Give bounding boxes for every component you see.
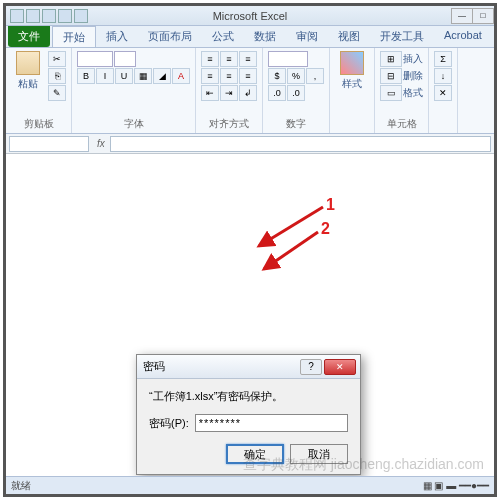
dialog-message: “工作簿1.xlsx”有密码保护。 bbox=[149, 389, 348, 404]
worksheet-area[interactable]: 密码 ? ✕ “工作簿1.xlsx”有密码保护。 密码(P): 确定 取消 bbox=[6, 154, 494, 466]
window-controls: — □ bbox=[452, 8, 494, 24]
undo-icon[interactable] bbox=[42, 9, 56, 23]
excel-icon[interactable] bbox=[10, 9, 24, 23]
underline-button[interactable]: U bbox=[115, 68, 133, 84]
percent-button[interactable]: % bbox=[287, 68, 305, 84]
tab-review[interactable]: 审阅 bbox=[286, 26, 328, 47]
delete-cells-button[interactable]: ⊟ bbox=[380, 68, 402, 84]
group-font-label: 字体 bbox=[77, 116, 190, 132]
tab-developer[interactable]: 开发工具 bbox=[370, 26, 434, 47]
password-input[interactable] bbox=[195, 414, 348, 432]
ribbon: 粘贴 ✂ ⎘ ✎ 剪贴板 B I U ▦ bbox=[6, 48, 494, 134]
annotation-2: 2 bbox=[321, 220, 330, 238]
group-clipboard-label: 剪贴板 bbox=[11, 116, 66, 132]
format-cells-button[interactable]: ▭ bbox=[380, 85, 402, 101]
status-ready: 就绪 bbox=[11, 479, 31, 493]
group-cells: ⊞插入 ⊟删除 ▭格式 单元格 bbox=[375, 48, 429, 133]
annotation-1: 1 bbox=[326, 196, 335, 214]
qat-dropdown-icon[interactable] bbox=[74, 9, 88, 23]
group-number: $ % , .0 .0 数字 bbox=[263, 48, 330, 133]
delete-label: 删除 bbox=[403, 69, 423, 83]
group-clipboard: 粘贴 ✂ ⎘ ✎ 剪贴板 bbox=[6, 48, 72, 133]
quick-access-toolbar bbox=[6, 9, 92, 23]
dec-decimal-button[interactable]: .0 bbox=[287, 85, 305, 101]
paste-label: 粘贴 bbox=[18, 77, 38, 91]
indent-inc-button[interactable]: ⇥ bbox=[220, 85, 238, 101]
comma-button[interactable]: , bbox=[306, 68, 324, 84]
paste-icon bbox=[16, 51, 40, 75]
formula-input[interactable] bbox=[110, 136, 491, 152]
dialog-titlebar[interactable]: 密码 ? ✕ bbox=[137, 355, 360, 379]
status-bar: 就绪 ▦ ▣ ▬ ━━●━━ bbox=[6, 476, 494, 494]
tab-layout[interactable]: 页面布局 bbox=[138, 26, 202, 47]
tab-acrobat[interactable]: Acrobat bbox=[434, 26, 492, 47]
group-editing-label bbox=[434, 119, 452, 132]
align-bot-button[interactable]: ≡ bbox=[239, 51, 257, 67]
dialog-help-button[interactable]: ? bbox=[300, 359, 322, 375]
italic-button[interactable]: I bbox=[96, 68, 114, 84]
align-left-button[interactable]: ≡ bbox=[201, 68, 219, 84]
number-format-select[interactable] bbox=[268, 51, 308, 67]
save-icon[interactable] bbox=[26, 9, 40, 23]
redo-icon[interactable] bbox=[58, 9, 72, 23]
cut-button[interactable]: ✂ bbox=[48, 51, 66, 67]
tab-insert[interactable]: 插入 bbox=[96, 26, 138, 47]
tab-home[interactable]: 开始 bbox=[52, 26, 96, 47]
styles-label: 样式 bbox=[342, 77, 362, 91]
align-top-button[interactable]: ≡ bbox=[201, 51, 219, 67]
insert-cells-button[interactable]: ⊞ bbox=[380, 51, 402, 67]
dialog-close-button[interactable]: ✕ bbox=[324, 359, 356, 375]
font-color-button[interactable]: A bbox=[172, 68, 190, 84]
maximize-button[interactable]: □ bbox=[472, 8, 494, 24]
border-button[interactable]: ▦ bbox=[134, 68, 152, 84]
autosum-button[interactable]: Σ bbox=[434, 51, 452, 67]
group-align-label: 对齐方式 bbox=[201, 116, 257, 132]
tab-view[interactable]: 视图 bbox=[328, 26, 370, 47]
group-styles: 样式 bbox=[330, 48, 375, 133]
group-font: B I U ▦ ◢ A 字体 bbox=[72, 48, 196, 133]
fill-button[interactable]: ↓ bbox=[434, 68, 452, 84]
copy-button[interactable]: ⎘ bbox=[48, 68, 66, 84]
svg-line-1 bbox=[264, 232, 318, 269]
align-mid-button[interactable]: ≡ bbox=[220, 51, 238, 67]
format-painter-button[interactable]: ✎ bbox=[48, 85, 66, 101]
font-size-select[interactable] bbox=[114, 51, 136, 67]
tab-file[interactable]: 文件 bbox=[8, 26, 50, 47]
group-cells-label: 单元格 bbox=[380, 116, 423, 132]
name-box[interactable] bbox=[9, 136, 89, 152]
minimize-button[interactable]: — bbox=[451, 8, 473, 24]
format-label: 格式 bbox=[403, 86, 423, 100]
align-right-button[interactable]: ≡ bbox=[239, 68, 257, 84]
tab-formulas[interactable]: 公式 bbox=[202, 26, 244, 47]
view-controls[interactable]: ▦ ▣ ▬ ━━●━━ bbox=[423, 480, 489, 491]
app-title: Microsoft Excel bbox=[213, 10, 288, 22]
group-align: ≡ ≡ ≡ ≡ ≡ ≡ ⇤ ⇥ ↲ 对齐方式 bbox=[196, 48, 263, 133]
paste-button[interactable]: 粘贴 bbox=[11, 51, 45, 116]
insert-label: 插入 bbox=[403, 52, 423, 66]
group-editing: Σ ↓ ✕ bbox=[429, 48, 458, 133]
indent-dec-button[interactable]: ⇤ bbox=[201, 85, 219, 101]
tab-data[interactable]: 数据 bbox=[244, 26, 286, 47]
group-styles-label bbox=[335, 119, 369, 132]
bold-button[interactable]: B bbox=[77, 68, 95, 84]
annotation-arrow-2 bbox=[256, 229, 326, 274]
clear-button[interactable]: ✕ bbox=[434, 85, 452, 101]
font-name-select[interactable] bbox=[77, 51, 113, 67]
title-bar: Microsoft Excel — □ bbox=[6, 6, 494, 26]
watermark: 查字典教程网 jiaocheng.chazidian.com bbox=[243, 456, 484, 474]
fx-icon[interactable]: fx bbox=[92, 138, 110, 149]
formula-bar: fx bbox=[6, 134, 494, 154]
inc-decimal-button[interactable]: .0 bbox=[268, 85, 286, 101]
currency-button[interactable]: $ bbox=[268, 68, 286, 84]
styles-icon bbox=[340, 51, 364, 75]
fill-color-button[interactable]: ◢ bbox=[153, 68, 171, 84]
dialog-title-text: 密码 bbox=[143, 359, 165, 374]
password-label: 密码(P): bbox=[149, 416, 189, 431]
styles-button[interactable]: 样式 bbox=[335, 51, 369, 119]
wrap-button[interactable]: ↲ bbox=[239, 85, 257, 101]
align-center-button[interactable]: ≡ bbox=[220, 68, 238, 84]
group-number-label: 数字 bbox=[268, 116, 324, 132]
ribbon-tabs: 文件 开始 插入 页面布局 公式 数据 审阅 视图 开发工具 Acrobat bbox=[6, 26, 494, 48]
